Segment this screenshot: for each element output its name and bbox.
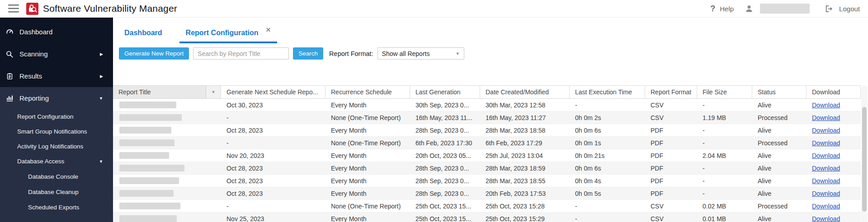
table-row[interactable]: Oct 28, 2023Every Month28th Sep, 2023 0.… (113, 175, 861, 187)
table-row[interactable]: -None (One-Time Report)25th Oct, 2023 15… (113, 200, 861, 213)
table-row[interactable]: Nov 20, 2023Every Month20th Oct, 2023 05… (113, 149, 861, 162)
sidebar-item-report-configuration[interactable]: Report Configuration (0, 109, 113, 124)
report-title-redacted (119, 139, 175, 146)
sidebar-item-scheduled-exports[interactable]: Scheduled Exports (0, 199, 113, 215)
cell-download: Download (807, 102, 861, 109)
reporting-chart-icon (5, 94, 14, 102)
tab-bar: Dashboard Report Configuration ✕ (113, 18, 868, 43)
download-link[interactable]: Download (812, 165, 840, 172)
hamburger-menu-icon[interactable] (8, 5, 19, 13)
download-link[interactable]: Download (812, 203, 840, 210)
cell-date-created: 6th Feb, 2023 17:29 (480, 139, 570, 147)
cell-date-created: 20th Feb, 2023 17:53 (480, 190, 570, 197)
chevron-down-icon: ▼ (212, 90, 216, 94)
table-row[interactable]: Oct 28, 2023Every Month28th Sep, 2023 0.… (113, 162, 861, 175)
cell-file-size: 0.01 MB (697, 215, 752, 222)
download-link[interactable]: Download (812, 177, 840, 185)
logout-icon[interactable] (824, 5, 833, 13)
content: Dashboard Report Configuration ✕ Generat… (113, 18, 868, 222)
cell-recurrence: Every Month (326, 165, 410, 172)
cell-download: Download (807, 190, 861, 197)
cell-date-created: 28th Mar, 2023 18:59 (480, 165, 570, 172)
cell-file-size: - (697, 190, 752, 197)
cell-status: Processed (752, 114, 807, 121)
sidebar-item-scanning[interactable]: Scanning▶ (0, 43, 113, 65)
report-format-select[interactable]: Show all Reports ▼ (377, 47, 464, 60)
column-header-download[interactable]: Download (807, 86, 861, 98)
cell-next-schedule: Oct 28, 2023 (221, 177, 326, 185)
sidebar-item-database-console[interactable]: Database Console (0, 169, 113, 184)
column-header-report-format[interactable]: Report Format (645, 86, 697, 98)
cell-format: CSV (645, 102, 697, 109)
download-link[interactable]: Download (812, 152, 840, 159)
sidebar-main-group: DashboardScanning▶Results▶ (0, 18, 113, 87)
sidebar-item-activity-log-notifications[interactable]: Activity Log Notifications (0, 139, 113, 154)
sidebar-item-database-access[interactable]: Database Access▼ (0, 154, 113, 169)
column-header-file-size[interactable]: File Size (697, 86, 752, 98)
download-link[interactable]: Download (812, 127, 840, 134)
sidebar-item-dashboard[interactable]: Dashboard (0, 21, 113, 43)
column-header-label: Generate Next Schedule Repo... (226, 88, 318, 96)
help-label[interactable]: Help (720, 5, 734, 13)
vertical-scrollbar[interactable] (861, 85, 868, 222)
cell-date-created: 25th Oct, 2023 15:29 (480, 215, 570, 222)
help-icon[interactable]: ? (710, 4, 715, 14)
column-header-generate-next-schedule-repo[interactable]: Generate Next Schedule Repo... (221, 86, 326, 98)
cell-download: Download (807, 127, 861, 134)
cell-date-created: 28th Mar, 2023 18:58 (480, 127, 570, 134)
report-title-redacted (119, 177, 179, 184)
chevron-down-icon: ▼ (99, 159, 103, 164)
sidebar-item-label: Activity Log Notifications (17, 143, 83, 150)
download-link[interactable]: Download (812, 139, 840, 147)
sidebar-item-results[interactable]: Results▶ (0, 65, 113, 87)
report-format-value: Show all Reports (382, 50, 430, 57)
cell-report-title (113, 152, 221, 159)
cell-last-generation: 28th Sep, 2023 0... (410, 127, 480, 134)
app-logo-icon (26, 3, 38, 15)
table-row[interactable]: Oct 28, 2023Every Month28th Sep, 2023 0.… (113, 124, 861, 137)
column-header-report-title[interactable]: Report Title▼ (113, 86, 221, 98)
cell-recurrence: Every Month (326, 215, 410, 222)
scrollbar-thumb[interactable] (862, 107, 867, 212)
table-row[interactable]: Oct 30, 2023Every Month30th Sep, 2023 0.… (113, 99, 861, 111)
download-link[interactable]: Download (812, 215, 840, 222)
tab-close-icon[interactable]: ✕ (265, 26, 271, 33)
sidebar: DashboardScanning▶Results▶ Reporting▼Rep… (0, 18, 113, 222)
download-link[interactable]: Download (812, 114, 840, 121)
cell-recurrence: None (One-Time Report) (326, 203, 410, 210)
cell-file-size: - (697, 102, 752, 109)
sidebar-item-label: Results (19, 72, 42, 80)
cell-last-generation: 6th Feb, 2023 17:30 (410, 139, 480, 147)
table-row[interactable]: Oct 28, 2023Every Month28th Sep, 2023 0.… (113, 187, 861, 200)
column-header-status[interactable]: Status (752, 86, 807, 98)
table-row[interactable]: -None (One-Time Report)6th Feb, 2023 17:… (113, 137, 861, 149)
sidebar-item-smart-group-notifications[interactable]: Smart Group Notifications (0, 124, 113, 139)
column-header-last-generation[interactable]: Last Generation (410, 86, 480, 98)
search-input[interactable] (193, 47, 289, 60)
search-button[interactable]: Search (293, 47, 323, 60)
cell-download: Download (807, 177, 861, 185)
column-menu-button[interactable]: ▼ (206, 86, 221, 98)
table-row[interactable]: Nov 25, 2023Every Month25th Oct, 2023 15… (113, 213, 861, 222)
logout-label[interactable]: Logout (839, 5, 860, 13)
cell-file-size: - (697, 177, 752, 185)
download-link[interactable]: Download (812, 102, 840, 109)
tab-dashboard[interactable]: Dashboard (123, 29, 163, 43)
cell-format: CSV (645, 203, 697, 210)
sidebar-item-reporting[interactable]: Reporting▼ (0, 87, 113, 109)
column-header-last-execution-time[interactable]: Last Execution Time (570, 86, 645, 98)
sidebar-item-database-cleanup[interactable]: Database Cleanup (0, 184, 113, 199)
cell-status: Processed (752, 203, 807, 210)
cell-format: PDF (645, 127, 697, 134)
tab-report-configuration[interactable]: Report Configuration ✕ (179, 29, 278, 43)
dashboard-gauge-icon (5, 28, 14, 36)
download-link[interactable]: Download (812, 190, 840, 197)
generate-new-report-button[interactable]: Generate New Report (119, 47, 189, 60)
cell-last-execution: - (570, 102, 645, 109)
table-row[interactable]: -None (One-Time Report)16th May, 2023 11… (113, 111, 861, 124)
column-header-date-created-modified[interactable]: Date Created/Modified (480, 86, 570, 98)
column-header-recurrence-schedule[interactable]: Recurrence Schedule (326, 86, 410, 98)
cell-file-size: 0.02 MB (697, 203, 752, 210)
cell-last-generation: 16th May, 2023 11... (410, 114, 480, 121)
column-header-label: Last Execution Time (575, 88, 632, 96)
